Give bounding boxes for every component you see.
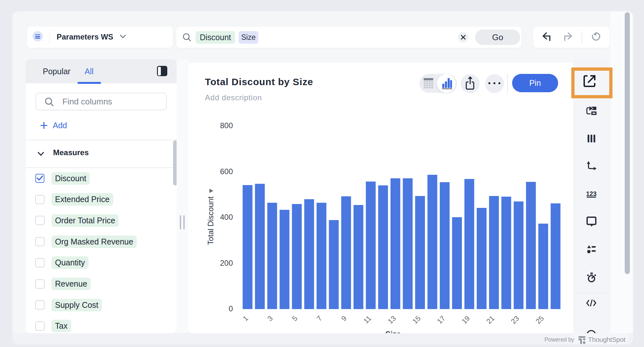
svg-text:17: 17 (436, 314, 447, 325)
svg-text:Total Discount: Total Discount (206, 196, 215, 245)
svg-text:600: 600 (220, 167, 233, 176)
svg-text:400: 400 (220, 213, 233, 221)
svg-text:9: 9 (340, 314, 348, 323)
svg-text:7: 7 (315, 314, 324, 323)
svg-text:800: 800 (220, 121, 233, 130)
svg-text:0: 0 (229, 304, 233, 313)
svg-text:25: 25 (534, 314, 545, 325)
svg-text:19: 19 (460, 314, 472, 325)
svg-text:5: 5 (290, 314, 299, 323)
svg-text:1: 1 (241, 314, 250, 323)
svg-text:11: 11 (362, 314, 373, 325)
svg-text:15: 15 (411, 314, 422, 325)
svg-text:21: 21 (485, 314, 496, 325)
svg-text:200: 200 (220, 259, 233, 267)
svg-text:13: 13 (386, 314, 398, 325)
svg-text:3: 3 (266, 314, 274, 323)
svg-text:23: 23 (510, 314, 521, 325)
